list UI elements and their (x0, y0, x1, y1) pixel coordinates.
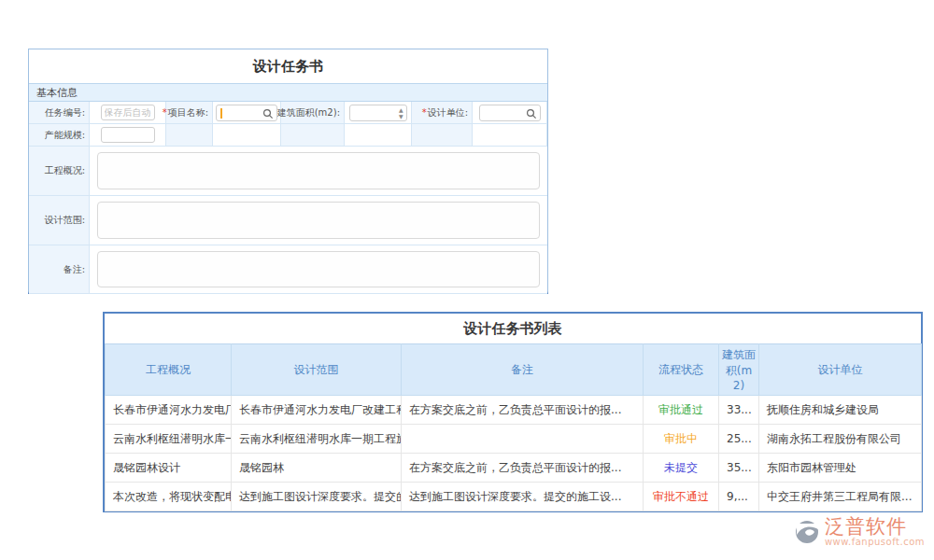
empty-field-cell (473, 124, 547, 147)
text-cursor (220, 108, 222, 119)
design-unit-combo (479, 105, 541, 121)
project-name-cell (213, 102, 281, 124)
remark-textarea[interactable] (97, 251, 540, 287)
cell-status: 未提交 (644, 454, 719, 483)
cell-scope: 达到施工图设计深度要求。提交的施... (232, 483, 402, 511)
cell-overview: 晟铭园林设计 (106, 454, 232, 483)
col-header-scope[interactable]: 设计范围 (232, 344, 402, 396)
empty-field-cell (213, 124, 281, 147)
building-area-label: 建筑面积(m2): (281, 102, 345, 124)
cell-unit: 中交王府井第三工程局有限... (759, 483, 922, 511)
building-area-input[interactable] (350, 108, 406, 123)
empty-field-cell (345, 124, 412, 147)
col-header-overview[interactable]: 工程概况 (106, 344, 232, 396)
building-area-cell: ▲ ▼ (345, 102, 412, 124)
design-task-list-panel: 设计任务书列表 工程概况 设计范围 备注 流程状态 建筑面积(m2) 设计单位 … (103, 312, 923, 512)
cell-status: 审批不通过 (644, 483, 719, 511)
spinner-up-icon[interactable]: ▲ (399, 106, 403, 113)
cell-remark: 在方案交底之前，乙负责总平面设计的报... (402, 454, 644, 483)
table-row[interactable]: 本次改造，将现状变配电... 达到施工图设计深度要求。提交的施... 达到施工图… (106, 483, 922, 511)
remark-label: 备注: (29, 245, 90, 294)
overview-textarea[interactable] (97, 152, 540, 189)
cell-unit: 抚顺住房和城乡建设局 (759, 396, 922, 425)
capacity-input[interactable] (101, 127, 155, 143)
status-badge[interactable]: 审批中 (664, 432, 698, 445)
scope-cell (90, 196, 547, 245)
table-row[interactable]: 云南水利枢纽潜明水库一... 云南水利枢纽潜明水库一期工程施工... 审批中 2… (106, 425, 922, 454)
scope-textarea[interactable] (97, 202, 540, 239)
col-header-unit[interactable]: 设计单位 (759, 344, 922, 396)
required-mark: * (163, 107, 167, 118)
col-header-remark[interactable]: 备注 (402, 344, 644, 396)
brand-website[interactable]: www.fanpusoft.com (825, 537, 925, 547)
cell-area: 33... (719, 396, 759, 425)
cell-unit: 东阳市园林管理处 (759, 454, 922, 483)
scope-label: 设计范围: (29, 196, 90, 245)
design-task-table: 工程概况 设计范围 备注 流程状态 建筑面积(m2) 设计单位 长春市伊通河水力… (105, 343, 922, 511)
cell-remark: 达到施工图设计深度要求。提交的施工设... (402, 483, 644, 511)
status-badge[interactable]: 未提交 (664, 461, 698, 474)
task-no-label: 任务编号: (29, 102, 90, 124)
cell-overview: 长春市伊通河水力发电厂... (106, 396, 232, 425)
project-name-combo (216, 105, 277, 121)
task-no-cell (90, 102, 166, 124)
table-row[interactable]: 晟铭园林设计 晟铭园林 在方案交底之前，乙负责总平面设计的报... 未提交 35… (106, 454, 922, 483)
cell-area: 25... (719, 425, 759, 454)
col-header-status[interactable]: 流程状态 (644, 344, 719, 396)
spinner-down-icon[interactable]: ▼ (399, 113, 403, 119)
table-row[interactable]: 长春市伊通河水力发电厂... 长春市伊通河水力发电厂改建工程 在方案交底之前，乙… (106, 396, 922, 425)
cell-status: 审批中 (644, 425, 719, 454)
design-unit-label: * 设计单位: (412, 102, 473, 124)
cell-scope: 晟铭园林 (232, 454, 402, 483)
cell-unit: 湖南永拓工程股份有限公司 (759, 425, 922, 454)
remark-cell (90, 245, 547, 294)
capacity-cell (90, 124, 166, 147)
empty-label-cell (281, 124, 345, 147)
status-badge[interactable]: 审批通过 (658, 403, 703, 416)
search-icon[interactable] (262, 108, 274, 119)
form-grid: 任务编号: * 项目名称: 建筑面积(m2): ▲ ▼ (29, 102, 547, 294)
building-area-spinner: ▲ ▼ (349, 105, 407, 121)
cell-overview: 本次改造，将现状变配电... (106, 483, 232, 511)
col-header-area[interactable]: 建筑面积(m2) (719, 344, 759, 396)
overview-label: 工程概况: (29, 147, 90, 196)
cell-area: 9,... (719, 483, 759, 511)
cell-remark (402, 425, 644, 454)
empty-label-cell (412, 124, 473, 147)
list-title: 设计任务书列表 (105, 314, 921, 343)
design-unit-cell (473, 102, 547, 124)
capacity-label: 产能规模: (29, 124, 90, 147)
table-header-row: 工程概况 设计范围 备注 流程状态 建筑面积(m2) 设计单位 (106, 344, 922, 396)
cell-status: 审批通过 (644, 396, 719, 425)
form-title: 设计任务书 (29, 49, 547, 83)
fanpusoft-logo: 泛普软件 www.fanpusoft.com (793, 516, 925, 547)
search-icon[interactable] (526, 108, 537, 119)
status-badge[interactable]: 审批不通过 (653, 490, 709, 503)
brand-name: 泛普软件 (825, 516, 925, 537)
task-no-input[interactable] (101, 105, 155, 120)
cell-scope: 长春市伊通河水力发电厂改建工程 (232, 396, 402, 425)
section-basic-info: 基本信息 (29, 83, 547, 102)
cell-remark: 在方案交底之前，乙负责总平面设计的报... (402, 396, 644, 425)
cell-overview: 云南水利枢纽潜明水库一... (106, 425, 232, 454)
required-mark: * (422, 107, 427, 118)
cell-scope: 云南水利枢纽潜明水库一期工程施工... (232, 425, 402, 454)
cell-area: 35... (719, 454, 759, 483)
empty-label-cell (166, 124, 213, 147)
design-task-form-panel: 设计任务书 基本信息 任务编号: * 项目名称: 建筑面积(m2): ▲ ▼ (28, 49, 548, 294)
overview-cell (90, 147, 547, 196)
project-name-label: * 项目名称: (166, 102, 213, 124)
fanpu-logo-icon (793, 518, 821, 546)
